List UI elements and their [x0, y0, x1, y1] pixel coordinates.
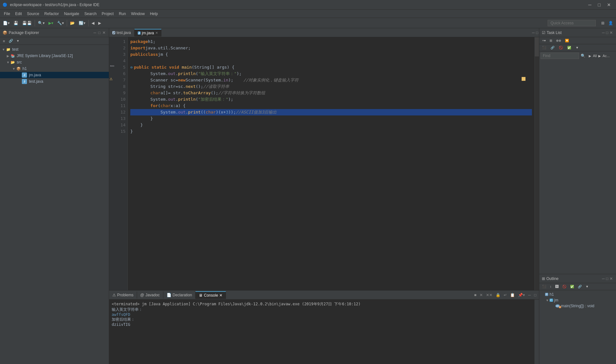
editor-minimap[interactable]: [534, 37, 539, 290]
tab-javadoc[interactable]: @ Javadoc: [137, 292, 163, 299]
prev-button[interactable]: ◀: [90, 20, 96, 26]
save-button[interactable]: 💾: [12, 20, 20, 26]
user-button[interactable]: 👤: [607, 20, 615, 26]
task-list-close[interactable]: ✕: [609, 30, 613, 35]
field-name: out: [168, 71, 175, 77]
task-list-maximize[interactable]: □: [605, 30, 609, 35]
tree-item-test[interactable]: ▼ 📁 test: [0, 46, 109, 53]
minimize-button[interactable]: ─: [586, 2, 594, 8]
console-tab-close[interactable]: ✕: [219, 293, 222, 298]
tree-item-src[interactable]: ▼ 📂 src: [0, 59, 109, 65]
console-word-wrap-button[interactable]: ↵: [502, 292, 508, 298]
console-scrollbar[interactable]: [534, 300, 539, 364]
perspective-button[interactable]: ⊞: [600, 20, 606, 26]
outline-btn-4[interactable]: 🚫: [561, 284, 568, 289]
editor-maximize-button[interactable]: □: [535, 30, 539, 35]
outline-btn-3[interactable]: 🅰: [554, 284, 560, 289]
refresh-button[interactable]: 🔄▾: [77, 20, 87, 26]
menu-source[interactable]: Source: [24, 11, 42, 17]
tree-item-h1[interactable]: ▼ 📦 h1: [0, 65, 109, 72]
outline-close[interactable]: ✕: [609, 276, 613, 281]
run-button[interactable]: ▶▾: [47, 20, 55, 26]
outline-chevron-btn[interactable]: ▼: [584, 284, 590, 289]
external-tools-button[interactable]: 🔧▾: [56, 20, 65, 26]
tree-item-jm-java[interactable]: J jm.java: [0, 72, 109, 78]
editor-minimize-button[interactable]: ─: [531, 30, 535, 35]
menu-refactor[interactable]: Refactor: [42, 11, 61, 17]
panel-minimize-button[interactable]: ─: [93, 30, 97, 35]
task-columns-button[interactable]: ⊞: [548, 38, 554, 43]
console-scroll-lock-button[interactable]: 🔒: [494, 292, 502, 298]
code-content[interactable]: package h1; import java.util.Scanner; pu…: [128, 37, 534, 290]
task-icon-btn-2[interactable]: 🔗: [549, 45, 556, 50]
task-icon-btn-4[interactable]: ✅: [566, 45, 573, 50]
new-button[interactable]: 📄▾: [1, 20, 11, 26]
collapse-all-button[interactable]: ≡: [1, 38, 6, 44]
tab-close-jm[interactable]: ✕: [155, 31, 158, 35]
task-find-input[interactable]: [541, 53, 579, 59]
javadoc-icon: @: [140, 293, 144, 297]
panel-maximize-button[interactable]: □: [98, 30, 101, 35]
title-bar: 🔵 eclipse-workspace - test/src/h1/jm.jav…: [0, 0, 616, 10]
menu-navigate[interactable]: Navigate: [61, 11, 82, 17]
task-list-header: ☑ Task List ─ □ ✕: [539, 28, 616, 37]
task-filter-all-button[interactable]: ▶: [587, 53, 593, 59]
bottom-maximize[interactable]: □: [533, 292, 538, 298]
line-num-15: 15: [115, 128, 126, 135]
task-filter-button[interactable]: 🔽: [563, 38, 570, 43]
maximize-button[interactable]: □: [595, 2, 603, 8]
save-all-button[interactable]: 💾💾: [21, 20, 33, 26]
outline-maximize[interactable]: □: [605, 276, 609, 281]
java-file-icon-test: J: [22, 79, 27, 84]
outline-btn-6[interactable]: 🔗: [576, 284, 583, 289]
view-menu-button[interactable]: ▾: [15, 38, 21, 44]
outline-minimize[interactable]: ─: [601, 276, 605, 281]
tab-problems[interactable]: ⚠ Problems: [109, 292, 137, 299]
task-search-button[interactable]: 🔍: [579, 53, 587, 59]
console-pin-button[interactable]: 📌▾: [517, 292, 526, 298]
quick-access-input[interactable]: [548, 20, 596, 26]
outline-btn-5[interactable]: ✅: [568, 284, 576, 289]
outline-item-h1[interactable]: P h1: [539, 292, 616, 297]
task-new-button[interactable]: +▾: [541, 38, 547, 43]
tab-test-java[interactable]: J test.java: [109, 29, 134, 36]
outline-expand-jm: ▼: [545, 299, 550, 302]
close-button[interactable]: ✕: [604, 2, 613, 8]
menu-file[interactable]: File: [1, 11, 13, 17]
debug-button[interactable]: 🔍▾: [36, 20, 46, 26]
outline-tree: P h1 ▼ C jm m S main(String[]) : void: [539, 290, 616, 364]
menu-project[interactable]: Project: [99, 11, 116, 17]
menu-help[interactable]: Help: [147, 11, 161, 17]
outline-item-main[interactable]: m S main(String[]) : void: [539, 303, 616, 309]
console-remove-all-button[interactable]: ✕✕: [485, 292, 494, 298]
task-group-button[interactable]: ⊕⊕: [554, 38, 563, 43]
tab-console[interactable]: 🖥 Console ✕: [195, 291, 226, 299]
task-chevron-btn[interactable]: ▼: [574, 45, 580, 50]
tab-jm-java[interactable]: J jm.java ✕: [134, 29, 161, 37]
menu-window[interactable]: Window: [128, 11, 147, 17]
next-button[interactable]: ▶: [97, 20, 103, 26]
tree-item-test-java[interactable]: J test.java: [0, 78, 109, 85]
outline-btn-1[interactable]: ⬛: [541, 284, 548, 289]
console-terminate-button[interactable]: ■: [473, 292, 478, 298]
console-new-button[interactable]: 📋: [509, 292, 516, 298]
panel-close-button[interactable]: ✕: [102, 30, 106, 35]
bottom-minimize[interactable]: ─: [527, 292, 532, 298]
tree-item-jre[interactable]: ▶ 📚 JRE System Library [JavaSE-12]: [0, 53, 109, 59]
task-icon-btn-1[interactable]: ⬛: [541, 45, 548, 50]
menu-run[interactable]: Run: [116, 11, 128, 17]
gutter-5: ➖: [109, 63, 115, 69]
outline-btn-2[interactable]: ↕: [548, 284, 553, 289]
open-type-button[interactable]: 📂: [68, 20, 76, 26]
tab-declaration[interactable]: 📄 Declaration: [163, 292, 196, 299]
menu-search[interactable]: Search: [82, 11, 99, 17]
code-editor[interactable]: ➖ ⚠ 1 2 3 4 5 6 7 8: [109, 37, 539, 290]
outline-item-jm[interactable]: ▼ C jm: [539, 297, 616, 303]
field-name: out: [178, 109, 186, 115]
task-list-minimize[interactable]: ─: [601, 30, 605, 35]
task-icon-btn-3[interactable]: 🚫: [557, 45, 564, 50]
link-editor-button[interactable]: 🔗: [7, 38, 15, 44]
menu-edit[interactable]: Edit: [13, 11, 24, 17]
console-remove-button[interactable]: ✕: [478, 292, 484, 298]
task-filter-ac-button[interactable]: ▶: [597, 53, 603, 59]
